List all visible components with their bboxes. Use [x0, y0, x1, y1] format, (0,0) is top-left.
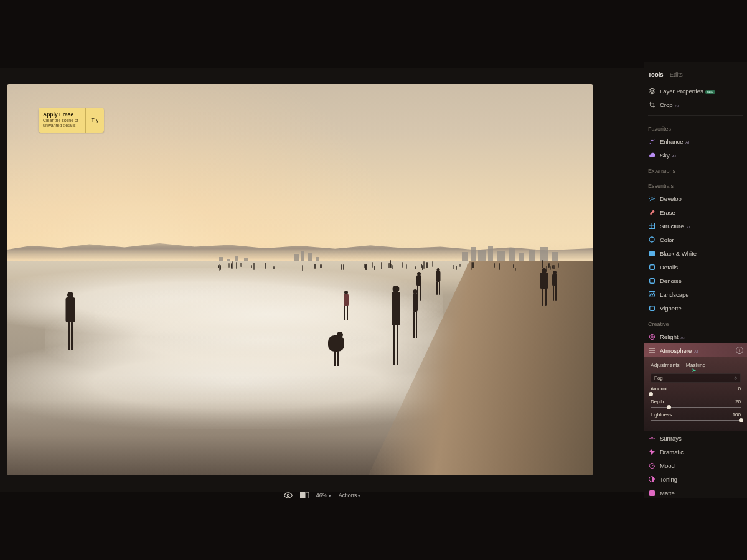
square-icon: [648, 250, 655, 257]
info-icon[interactable]: i: [736, 347, 743, 354]
tool-label: Erase: [660, 209, 743, 216]
scene-person: [324, 328, 349, 366]
sparkle-icon: [648, 138, 655, 145]
tool-mood[interactable]: Mood: [644, 459, 747, 472]
section-favorites: Favorites: [644, 119, 747, 134]
square-o-icon: [648, 304, 655, 312]
tool-label: Atmosphere AI: [660, 347, 731, 354]
square-icon: [648, 489, 655, 497]
tool-vignette[interactable]: Vignette: [644, 301, 747, 315]
visibility-icon[interactable]: [284, 491, 293, 500]
slider-depth[interactable]: Depth20: [651, 399, 741, 409]
subtab-adjustments[interactable]: Adjustments: [651, 362, 680, 368]
slider-value: 0: [738, 386, 741, 391]
tool-sunrays[interactable]: Sunrays: [644, 431, 747, 445]
crop-icon: [648, 101, 655, 108]
cursor-icon: ➤: [692, 367, 697, 373]
canvas-bottom-bar: 46% Actions: [0, 488, 644, 503]
layers-icon: [648, 87, 655, 95]
tool-develop[interactable]: Develop: [644, 192, 747, 205]
scene-person: [342, 291, 350, 320]
tool-label: Enhance AI: [660, 138, 743, 145]
circle-icon: [648, 236, 655, 243]
tab-edits[interactable]: Edits: [670, 71, 683, 78]
tool-label: Vignette: [660, 305, 743, 312]
work-area: /*placeholder*/: [0, 68, 644, 492]
tool-label: Mood: [660, 462, 743, 469]
svg-rect-20: [649, 251, 655, 256]
svg-rect-37: [649, 490, 655, 496]
tool-label: Landscape: [660, 291, 743, 298]
svg-rect-22: [649, 278, 654, 283]
scene-person: [415, 272, 423, 301]
svg-rect-24: [649, 306, 654, 310]
tool-landscape[interactable]: Landscape: [644, 287, 747, 301]
svg-point-5: [654, 139, 654, 139]
tool-denoise[interactable]: Denoise: [644, 274, 747, 287]
svg-point-7: [651, 197, 653, 200]
tool-label: Layer Propertiesnew: [660, 88, 743, 95]
image-canvas[interactable]: /*placeholder*/: [7, 84, 593, 475]
tool-color[interactable]: Color: [644, 233, 747, 246]
tab-tools[interactable]: Tools: [648, 71, 664, 78]
scene-person: [435, 268, 442, 296]
svg-line-14: [649, 200, 650, 201]
svg-point-19: [649, 237, 654, 242]
slider-label: Depth: [651, 399, 664, 404]
svg-point-26: [651, 335, 653, 338]
actions-menu[interactable]: Actions: [339, 492, 361, 498]
svg-line-15: [654, 196, 654, 197]
target-icon: [648, 333, 655, 340]
tool-matte[interactable]: Matte: [644, 486, 747, 498]
tool-erase[interactable]: Erase: [644, 205, 747, 219]
sidebar-tabs: Tools Edits: [644, 62, 747, 84]
section-creative: Creative: [644, 315, 747, 330]
tool-sky[interactable]: Sky AI: [644, 148, 747, 162]
slider-value: 100: [733, 412, 741, 418]
half-icon: [648, 475, 655, 483]
divider: [648, 115, 743, 116]
scene-person: [62, 292, 78, 350]
tool-label: Sunrays: [660, 435, 743, 442]
tip-try-button[interactable]: Try: [85, 108, 104, 133]
tool-bw[interactable]: Black & White: [644, 246, 747, 260]
sun-o-icon: [648, 434, 655, 442]
tool-crop[interactable]: Crop AI: [644, 98, 747, 111]
slider-lightness[interactable]: Lightness100: [651, 412, 741, 422]
tool-label: Develop: [660, 195, 743, 202]
scene-person: [388, 286, 403, 366]
tool-layer-properties[interactable]: Layer Propertiesnew: [644, 84, 747, 98]
tool-enhance[interactable]: Enhance AI: [644, 134, 747, 148]
cloud-icon: [648, 151, 655, 159]
tool-relight[interactable]: Relight AI: [644, 330, 747, 343]
scene-crowd: /*placeholder*/: [213, 256, 568, 271]
square-o-icon: [648, 263, 655, 271]
tool-atmosphere[interactable]: Atmosphere AI i: [644, 343, 747, 357]
svg-line-13: [654, 200, 654, 201]
slider-amount[interactable]: Amount0: [651, 386, 741, 396]
svg-point-25: [649, 334, 654, 339]
compare-icon[interactable]: [300, 491, 309, 500]
swirl-icon: [648, 462, 655, 469]
tip-apply-erase: Apply Erase Clear the scene of unwanted …: [39, 108, 104, 133]
tool-label: Toning: [660, 476, 743, 483]
slider-label: Amount: [651, 386, 668, 391]
atmosphere-type-dropdown[interactable]: Fog: [651, 373, 741, 383]
slider-thumb[interactable]: [667, 405, 671, 409]
tool-label: Matte: [660, 490, 743, 497]
slider-thumb[interactable]: [649, 392, 653, 396]
section-essentials: Essentials: [644, 177, 747, 192]
tool-label: Details: [660, 264, 743, 271]
tool-structure[interactable]: Structure AI: [644, 219, 747, 233]
tool-details[interactable]: Details: [644, 260, 747, 274]
svg-rect-2: [304, 492, 305, 498]
slider-thumb[interactable]: [739, 418, 743, 422]
tool-label: Dramatic: [660, 449, 743, 455]
zoom-level[interactable]: 46%: [316, 492, 331, 498]
atmosphere-icon: [648, 347, 655, 354]
scene-person: [537, 268, 552, 306]
sun-icon: [648, 195, 655, 202]
tool-toning[interactable]: Toning: [644, 472, 747, 486]
tool-dramatic[interactable]: Dramatic: [644, 445, 747, 459]
tip-subtitle: Clear the scene of unwanted details: [43, 118, 81, 128]
